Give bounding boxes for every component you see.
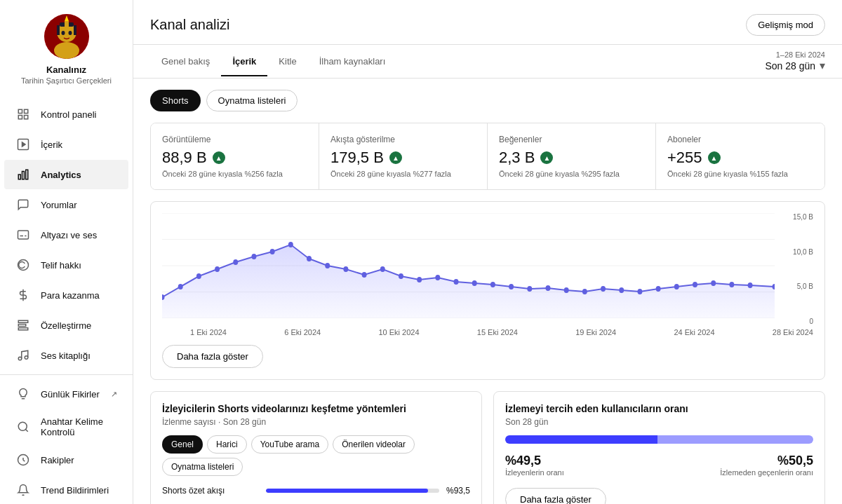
sidebar-item-gunluk-fikirler[interactable]: Günlük Fikirler ↗ bbox=[4, 379, 128, 409]
sidebar-item-label: Özelleştirme bbox=[41, 320, 91, 331]
content-area: Shorts Oynatma listeleri Görüntüleme 88,… bbox=[133, 79, 842, 504]
subtitle-icon bbox=[15, 227, 31, 243]
discovery-subtab-youtube-arama[interactable]: YouTube arama bbox=[251, 435, 329, 454]
svg-point-60 bbox=[509, 284, 514, 290]
svg-point-50 bbox=[325, 263, 330, 268]
tab-ilham-kaynaklari[interactable]: İlham kaynakları bbox=[308, 46, 397, 76]
sidebar-item-ses-kitapligi[interactable]: Ses kitaplığı bbox=[4, 341, 128, 370]
svg-point-45 bbox=[233, 259, 238, 265]
customize-icon bbox=[15, 318, 31, 333]
stat-value-1: 179,5 B bbox=[330, 149, 384, 167]
svg-point-57 bbox=[454, 279, 459, 285]
discovery-subtab-oynatma[interactable]: Oynatma listeleri bbox=[162, 458, 243, 476]
stat-label-2: Beğenenler bbox=[499, 135, 644, 144]
stat-value-row-1: 179,5 B ▲ bbox=[330, 149, 476, 167]
main-content: Kanal analizi Gelişmiş mod Genel bakış İ… bbox=[133, 0, 842, 504]
sidebar-item-label: Altyazı ve ses bbox=[41, 230, 97, 240]
ratio-left-block: %49,5 İzleyenlerin oranı bbox=[505, 454, 564, 477]
discovery-subtab-harici[interactable]: Harici bbox=[207, 435, 247, 454]
discovery-panel: İzleyicilerin Shorts videolarınızı keşfe… bbox=[150, 391, 482, 504]
svg-point-47 bbox=[270, 249, 275, 254]
stat-compare-3: Önceki 28 güne kıyasla %155 fazla bbox=[667, 170, 813, 178]
ratio-val-right: %50,5 bbox=[720, 454, 813, 468]
watch-ratio-panel: İzlemeyi tercih eden kullanıcıların oran… bbox=[493, 391, 825, 504]
sidebar-item-trend-bildirimleri[interactable]: Trend Bildirimleri bbox=[4, 475, 128, 504]
tab-kitle[interactable]: Kitle bbox=[267, 46, 307, 76]
sidebar: Kanalınız Tarihin Şaşırtıcı Gerçekleri K… bbox=[0, 0, 133, 504]
date-range-selector[interactable]: 1–28 Eki 2024 Son 28 gün ▾ bbox=[765, 45, 825, 78]
stat-value-0: 88,9 B bbox=[162, 149, 207, 167]
tab-icerik[interactable]: İçerik bbox=[221, 46, 267, 76]
stats-grid: Görüntüleme 88,9 B ▲ Önceki 28 güne kıya… bbox=[150, 123, 825, 190]
sidebar-item-rakipler[interactable]: Rakipler bbox=[4, 445, 128, 475]
stat-compare-2: Önceki 28 güne kıyasla %295 fazla bbox=[499, 170, 644, 178]
x-label-24: 24 Eki 2024 bbox=[674, 328, 714, 336]
svg-rect-11 bbox=[25, 109, 28, 113]
sidebar-item-analytics[interactable]: Analytics bbox=[4, 160, 128, 189]
y-label-15b: 15,0 B bbox=[793, 213, 813, 221]
ratio-bar-left bbox=[505, 435, 657, 444]
y-label-0: 0 bbox=[809, 318, 813, 325]
svg-rect-18 bbox=[26, 170, 28, 179]
svg-point-61 bbox=[527, 286, 532, 292]
avatar[interactable] bbox=[44, 14, 89, 59]
sidebar-item-kontrol-paneli[interactable]: Kontrol paneli bbox=[4, 100, 128, 129]
chart-svg bbox=[162, 213, 775, 318]
sidebar-item-icerik[interactable]: İçerik bbox=[4, 130, 128, 159]
sidebar-item-yorumlar[interactable]: Yorumlar bbox=[4, 190, 128, 219]
ratio-val-left: %49,5 bbox=[505, 454, 564, 468]
chart-show-more-button[interactable]: Daha fazla göster bbox=[162, 345, 263, 368]
ratio-bar-track bbox=[505, 435, 813, 444]
page-title: Kanal analizi bbox=[150, 17, 229, 33]
flag-icon bbox=[15, 452, 31, 468]
stat-card-goruntulenme: Görüntüleme 88,9 B ▲ Önceki 28 güne kıya… bbox=[151, 123, 319, 189]
svg-point-67 bbox=[637, 289, 642, 294]
sidebar-item-altyazi[interactable]: Altyazı ve ses bbox=[4, 220, 128, 250]
key-icon bbox=[15, 419, 31, 435]
bulb-icon bbox=[15, 386, 31, 402]
chart-x-labels: 1 Eki 2024 6 Eki 2024 10 Eki 2024 15 Eki… bbox=[162, 325, 813, 336]
channel-name: Kanalınız bbox=[46, 64, 86, 75]
svg-rect-25 bbox=[18, 325, 26, 327]
svg-point-46 bbox=[251, 254, 256, 259]
stat-value-2: 2,3 B bbox=[499, 149, 535, 167]
svg-rect-17 bbox=[22, 172, 25, 179]
music-icon bbox=[15, 348, 31, 363]
sidebar-item-label: Yorumlar bbox=[41, 200, 77, 210]
sidebar-item-label: Günlük Fikirler bbox=[41, 389, 100, 400]
discovery-panel-subtabs: Genel Harici YouTube arama Önerilen vide… bbox=[162, 435, 470, 476]
svg-point-51 bbox=[343, 266, 348, 272]
sidebar-item-label: Telif hakkı bbox=[41, 260, 81, 271]
sidebar-item-anahtar-kelime[interactable]: Anahtar Kelime Kontrolü bbox=[4, 409, 128, 444]
discovery-subtab-onerilen[interactable]: Önerilen videolar bbox=[333, 435, 415, 454]
subtab-shorts-button[interactable]: Shorts bbox=[150, 90, 201, 111]
sidebar-item-ozellestirme[interactable]: Özelleştirme bbox=[4, 311, 128, 340]
discovery-subtab-genel[interactable]: Genel bbox=[162, 435, 203, 454]
copyright-icon bbox=[15, 257, 31, 273]
subtab-oynatma-listeleri-button[interactable]: Oynatma listeleri bbox=[206, 90, 298, 111]
svg-point-63 bbox=[564, 287, 569, 293]
ratio-desc-right: İzlemeden geçenlerin oranı bbox=[720, 468, 813, 477]
sidebar-item-label: Anahtar Kelime Kontrolü bbox=[41, 416, 117, 437]
chart-svg-wrapper: 15,0 B 10,0 B 5,0 B 0 bbox=[162, 213, 813, 325]
tab-genel-bakis[interactable]: Genel bakış bbox=[150, 46, 221, 76]
stat-value-row-3: +255 ▲ bbox=[667, 149, 813, 167]
svg-point-69 bbox=[674, 284, 679, 290]
watch-ratio-show-more-button[interactable]: Daha fazla göster bbox=[505, 488, 606, 504]
sidebar-item-para-kazanma[interactable]: Para kazanma bbox=[4, 280, 128, 310]
sidebar-item-label: Kontrol paneli bbox=[41, 109, 97, 120]
stat-value-3: +255 bbox=[667, 149, 702, 167]
svg-point-52 bbox=[362, 272, 367, 278]
x-label-6: 6 Eki 2024 bbox=[284, 328, 321, 336]
stat-badge-3: ▲ bbox=[708, 151, 721, 164]
chart-container: 15,0 B 10,0 B 5,0 B 0 bbox=[150, 201, 825, 380]
svg-rect-12 bbox=[18, 116, 22, 119]
sidebar-item-label: İçerik bbox=[41, 139, 62, 150]
sidebar-item-label: Rakipler bbox=[41, 455, 74, 465]
x-label-1: 1 Eki 2024 bbox=[190, 328, 227, 336]
sidebar-divider bbox=[0, 374, 133, 375]
sidebar-item-telif[interactable]: Telif hakkı bbox=[4, 250, 128, 280]
gelismis-mod-button[interactable]: Gelişmiş mod bbox=[746, 14, 825, 36]
svg-point-42 bbox=[178, 284, 183, 290]
svg-point-2 bbox=[54, 42, 79, 59]
